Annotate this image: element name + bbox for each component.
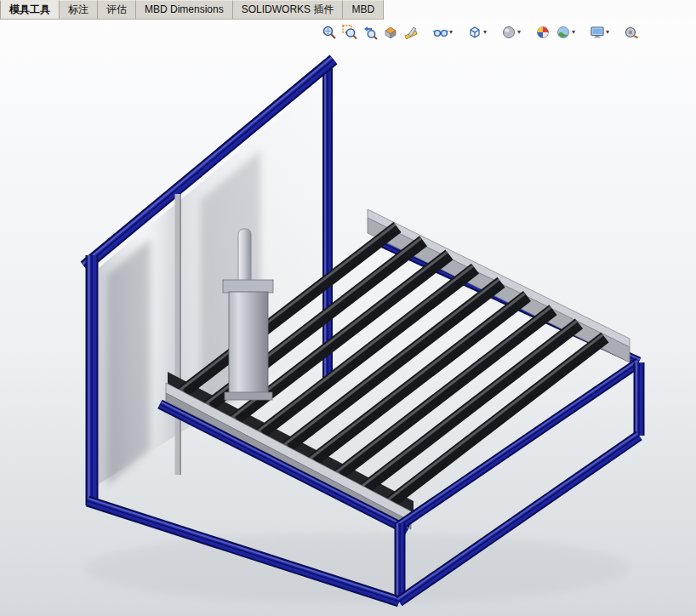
rotate-camera-button[interactable] [622, 22, 641, 43]
command-manager-tabs: 模具工具 标注 评估 MBD Dimensions SOLIDWORKS 插件 … [0, 0, 696, 20]
tab-mbd-dimensions[interactable]: MBD Dimensions [136, 0, 233, 20]
hide-show-items-icon [433, 25, 448, 40]
heads-up-view-toolbar: ▾▾▾▾▾ [320, 22, 641, 43]
tab-mbd[interactable]: MBD [343, 0, 384, 20]
zoom-area-button[interactable] [340, 22, 359, 43]
rotate-camera-icon [624, 25, 639, 40]
display-style-button[interactable]: ▾ [499, 22, 522, 43]
tab-mold-tools[interactable]: 模具工具 [0, 0, 60, 20]
tab-solidworks-addins[interactable]: SOLIDWORKS 插件 [233, 0, 344, 20]
toolbar-separator [524, 32, 532, 33]
cylinder-body[interactable] [229, 292, 268, 394]
tabbar-spacer [384, 0, 696, 20]
zoom-fit-button[interactable] [320, 22, 339, 43]
cylinder-flange[interactable] [223, 280, 273, 293]
toolbar-separator [456, 32, 464, 33]
3d-viewport[interactable] [0, 20, 696, 616]
chevron-down-icon[interactable]: ▾ [606, 29, 609, 36]
toolbar-separator [579, 32, 586, 33]
view-orientation-icon [467, 25, 482, 40]
toolbar-separator [422, 32, 430, 33]
graphics-area[interactable]: ▾▾▾▾▾ [0, 20, 696, 616]
dynamic-annotation-icon [403, 25, 419, 40]
view-settings-button[interactable]: ▾ [588, 22, 611, 43]
view-orientation-button[interactable]: ▾ [465, 22, 488, 43]
section-view-icon [383, 25, 398, 40]
tab-evaluate[interactable]: 评估 [98, 0, 136, 20]
cylinder-piston-rod[interactable] [238, 229, 251, 285]
previous-view-button[interactable] [361, 22, 379, 43]
apply-scene-button[interactable]: ▾ [554, 22, 577, 43]
hide-show-items-button[interactable]: ▾ [431, 22, 454, 43]
tab-annotation[interactable]: 标注 [60, 0, 98, 20]
chevron-down-icon[interactable]: ▾ [449, 29, 453, 36]
chevron-down-icon[interactable]: ▾ [572, 29, 575, 36]
chevron-down-icon[interactable]: ▾ [483, 29, 487, 36]
apply-scene-icon [556, 25, 571, 40]
cylinder-base[interactable] [225, 392, 272, 400]
edit-appearance-icon [535, 25, 551, 40]
zoom-fit-icon [322, 25, 337, 40]
display-style-icon [501, 25, 516, 40]
edit-appearance-button[interactable] [533, 22, 552, 43]
chevron-down-icon[interactable]: ▾ [517, 29, 521, 36]
zoom-area-icon [342, 25, 357, 40]
section-view-button[interactable] [381, 22, 400, 43]
view-settings-icon [590, 25, 605, 40]
previous-view-icon [362, 25, 378, 40]
toolbar-separator [490, 32, 498, 33]
dynamic-annotation-button[interactable] [402, 22, 420, 43]
toolbar-separator [613, 32, 620, 33]
